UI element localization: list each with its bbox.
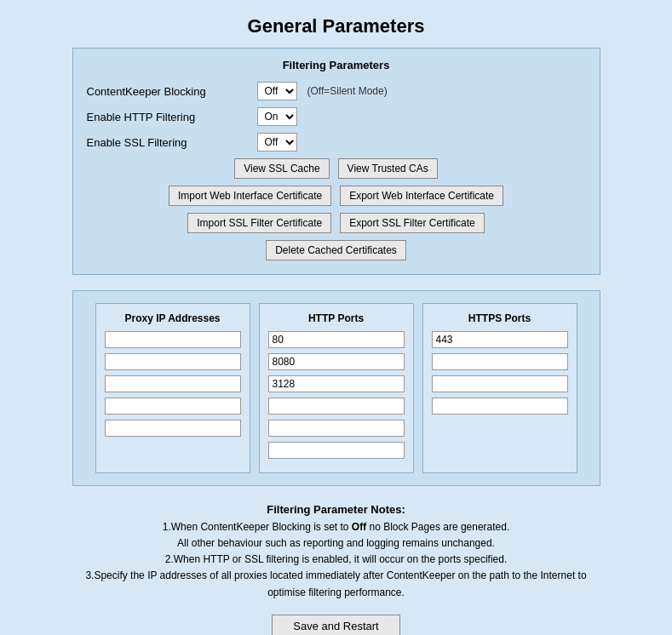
- notes-section: Filtering Parameter Notes: 1.When Conten…: [72, 501, 600, 601]
- proxy-ports-section: Proxy IP Addresses HTTP Ports HTTPS Port…: [72, 290, 600, 486]
- http-filtering-row: Enable HTTP Filtering On Off: [87, 107, 586, 126]
- note-1: 1.When ContentKeeper Blocking is set to …: [72, 519, 600, 535]
- proxy-ip-field-2[interactable]: [105, 353, 241, 370]
- ssl-cache-buttons-row: View SSL Cache View Trusted CAs: [87, 158, 586, 179]
- https-ports-column: HTTPS Ports: [422, 303, 577, 473]
- proxy-ip-field-5[interactable]: [105, 420, 241, 437]
- notes-title: Filtering Parameter Notes:: [72, 501, 600, 519]
- http-ports-column: HTTP Ports: [259, 303, 414, 473]
- proxy-ip-header: Proxy IP Addresses: [105, 312, 241, 324]
- https-port-field-3[interactable]: [432, 375, 568, 392]
- web-cert-buttons-row: Import Web Interface Certificate Export …: [87, 186, 586, 206]
- http-port-field-3[interactable]: [268, 375, 405, 392]
- http-filtering-select[interactable]: On Off: [257, 107, 297, 126]
- proxy-ip-field-1[interactable]: [105, 331, 241, 348]
- filtering-params-section: Filtering Parameters ContentKeeper Block…: [72, 48, 600, 275]
- note-1b: All other behaviour such as reporting an…: [72, 535, 600, 552]
- https-port-field-1[interactable]: [432, 331, 568, 348]
- contentkeeper-blocking-select[interactable]: Off On: [257, 82, 297, 100]
- http-port-field-6[interactable]: [268, 442, 405, 459]
- http-filtering-label: Enable HTTP Filtering: [87, 111, 257, 123]
- note-2: 2.When HTTP or SSL filtering is enabled,…: [72, 552, 600, 568]
- ssl-filtering-row: Enable SSL Filtering Off On: [87, 133, 586, 152]
- import-web-cert-button[interactable]: Import Web Interface Certificate: [169, 186, 331, 206]
- ports-container: Proxy IP Addresses HTTP Ports HTTPS Port…: [85, 303, 588, 473]
- save-restart-button[interactable]: Save and Restart: [272, 615, 399, 635]
- delete-cached-row: Delete Cached Certificates: [87, 240, 586, 260]
- http-port-field-5[interactable]: [268, 420, 405, 437]
- filtering-params-title: Filtering Parameters: [87, 59, 586, 72]
- http-port-field-1[interactable]: [268, 331, 405, 348]
- http-ports-header: HTTP Ports: [268, 312, 405, 324]
- ssl-filtering-select[interactable]: Off On: [257, 133, 297, 152]
- https-port-field-4[interactable]: [432, 398, 568, 415]
- note-2-text: 2.When HTTP or SSL filtering is enabled,…: [165, 553, 508, 565]
- http-port-field-4[interactable]: [268, 398, 405, 415]
- contentkeeper-blocking-note: (Off=Silent Mode): [307, 85, 388, 97]
- ssl-filtering-label: Enable SSL Filtering: [87, 136, 257, 149]
- proxy-ip-field-3[interactable]: [105, 375, 241, 392]
- export-web-cert-button[interactable]: Export Web Interface Certificate: [340, 186, 503, 206]
- save-row: Save and Restart: [72, 615, 600, 635]
- https-port-field-2[interactable]: [432, 353, 568, 370]
- note-1-text: 1.When ContentKeeper Blocking is set to …: [163, 521, 510, 533]
- export-ssl-cert-button[interactable]: Export SSL Filter Certificate: [340, 213, 485, 233]
- ssl-cert-buttons-row: Import SSL Filter Certificate Export SSL…: [87, 213, 586, 233]
- https-ports-header: HTTPS Ports: [432, 312, 568, 324]
- proxy-ip-column: Proxy IP Addresses: [95, 303, 250, 473]
- view-trusted-cas-button[interactable]: View Trusted CAs: [338, 158, 438, 179]
- import-ssl-cert-button[interactable]: Import SSL Filter Certificate: [187, 213, 331, 233]
- proxy-ip-field-4[interactable]: [105, 398, 241, 415]
- page-title: General Parameters: [0, 0, 672, 48]
- contentkeeper-blocking-label: ContentKeeper Blocking: [87, 85, 257, 98]
- contentkeeper-blocking-row: ContentKeeper Blocking Off On (Off=Silen…: [87, 82, 586, 100]
- view-ssl-cache-button[interactable]: View SSL Cache: [234, 158, 329, 179]
- http-port-field-2[interactable]: [268, 353, 405, 370]
- note-3: 3.Specify the IP addresses of all proxie…: [72, 568, 600, 600]
- delete-cached-certs-button[interactable]: Delete Cached Certificates: [266, 240, 406, 260]
